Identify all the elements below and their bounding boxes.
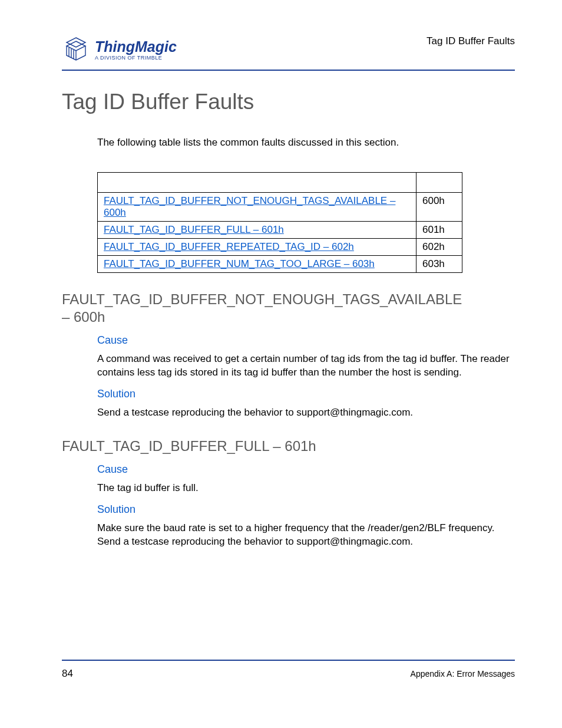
solution-text: Make sure the baud rate is set to a high… bbox=[97, 522, 510, 549]
table-row: FAULT_TAG_ID_BUFFER_NUM_TAG_TOO_LARGE – … bbox=[98, 256, 462, 273]
svg-marker-0 bbox=[67, 38, 85, 47]
fault-code: 600h bbox=[416, 193, 462, 222]
table-row: FAULT_TAG_ID_BUFFER_REPEATED_TAG_ID – 60… bbox=[98, 239, 462, 256]
fault-link[interactable]: FAULT_TAG_ID_BUFFER_NOT_ENOUGH_TAGS_AVAI… bbox=[104, 195, 395, 218]
logo: ThingMagic A DIVISION OF TRIMBLE bbox=[62, 35, 177, 65]
footer-label: Appendix A: Error Messages bbox=[411, 669, 515, 678]
fault-link[interactable]: FAULT_TAG_ID_BUFFER_NUM_TAG_TOO_LARGE – … bbox=[104, 258, 375, 269]
fault-code: 603h bbox=[416, 256, 462, 273]
page-title: Tag ID Buffer Faults bbox=[62, 90, 515, 114]
table-row: FAULT_TAG_ID_BUFFER_FULL – 601h 601h bbox=[98, 222, 462, 239]
fault-code: 602h bbox=[416, 239, 462, 256]
fault-link[interactable]: FAULT_TAG_ID_BUFFER_FULL – 601h bbox=[104, 224, 284, 235]
table-header-row bbox=[98, 173, 462, 193]
fault-heading: FAULT_TAG_ID_BUFFER_FULL – 601h bbox=[62, 437, 462, 455]
fault-heading: FAULT_TAG_ID_BUFFER_NOT_ENOUGH_TAGS_AVAI… bbox=[62, 291, 462, 326]
solution-label: Solution bbox=[97, 503, 515, 516]
cause-text: The tag id buffer is full. bbox=[97, 482, 510, 495]
cause-text: A command was received to get a certain … bbox=[97, 353, 510, 380]
fault-table: FAULT_TAG_ID_BUFFER_NOT_ENOUGH_TAGS_AVAI… bbox=[97, 172, 462, 273]
intro-paragraph: The following table lists the common fau… bbox=[97, 137, 515, 149]
page-number: 84 bbox=[62, 668, 73, 680]
logo-brand-text: ThingMagic bbox=[95, 39, 177, 54]
svg-marker-1 bbox=[67, 41, 85, 51]
cause-label: Cause bbox=[97, 334, 515, 347]
logo-subtitle: A DIVISION OF TRIMBLE bbox=[95, 55, 177, 61]
solution-label: Solution bbox=[97, 388, 515, 400]
fault-code: 601h bbox=[416, 222, 462, 239]
solution-text: Send a testcase reproducing the behavior… bbox=[97, 406, 510, 420]
table-row: FAULT_TAG_ID_BUFFER_NOT_ENOUGH_TAGS_AVAI… bbox=[98, 193, 462, 222]
header-section-label: Tag ID Buffer Faults bbox=[427, 35, 515, 47]
header-divider bbox=[62, 70, 515, 71]
cause-label: Cause bbox=[97, 463, 515, 476]
logo-icon bbox=[62, 35, 90, 65]
footer-divider bbox=[62, 660, 515, 661]
fault-link[interactable]: FAULT_TAG_ID_BUFFER_REPEATED_TAG_ID – 60… bbox=[104, 241, 354, 252]
